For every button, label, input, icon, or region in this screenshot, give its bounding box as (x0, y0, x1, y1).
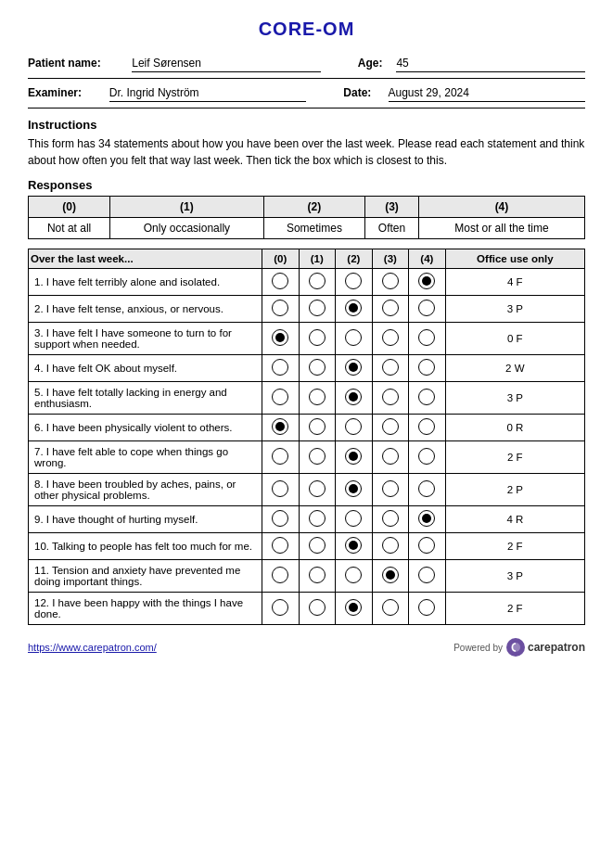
radio-circle-q8-c0[interactable] (272, 480, 288, 497)
radio-cell-q10-c2[interactable] (336, 533, 373, 560)
radio-cell-q2-c0[interactable] (262, 296, 300, 323)
radio-circle-q5-c2[interactable] (345, 389, 362, 405)
radio-circle-q4-c3[interactable] (382, 359, 399, 376)
radio-circle-q10-c2[interactable] (345, 537, 362, 554)
radio-cell-q3-c2[interactable] (336, 323, 373, 355)
radio-circle-q3-c0[interactable] (272, 329, 288, 346)
radio-cell-q7-c0[interactable] (262, 441, 300, 474)
radio-cell-q10-c1[interactable] (299, 533, 336, 560)
radio-circle-q11-c4[interactable] (418, 567, 435, 583)
radio-cell-q5-c4[interactable] (409, 382, 446, 415)
radio-circle-q2-c4[interactable] (418, 300, 435, 316)
radio-cell-q5-c2[interactable] (336, 382, 373, 415)
radio-circle-q5-c4[interactable] (418, 389, 435, 405)
radio-circle-q3-c3[interactable] (382, 329, 399, 346)
radio-circle-q1-c0[interactable] (272, 273, 288, 289)
radio-circle-q8-c2[interactable] (345, 480, 362, 497)
radio-circle-q7-c1[interactable] (309, 448, 326, 465)
radio-cell-q6-c3[interactable] (372, 415, 409, 441)
radio-cell-q1-c0[interactable] (262, 269, 300, 296)
radio-cell-q9-c0[interactable] (262, 506, 300, 533)
radio-circle-q4-c1[interactable] (309, 359, 326, 376)
radio-cell-q11-c2[interactable] (336, 560, 373, 593)
radio-circle-q1-c3[interactable] (382, 273, 399, 289)
radio-cell-q2-c4[interactable] (409, 296, 446, 323)
radio-cell-q10-c0[interactable] (262, 533, 300, 560)
radio-cell-q6-c4[interactable] (409, 415, 446, 441)
radio-cell-q12-c1[interactable] (299, 593, 336, 625)
radio-cell-q9-c3[interactable] (372, 506, 409, 533)
radio-cell-q7-c3[interactable] (372, 441, 409, 474)
radio-circle-q9-c0[interactable] (272, 510, 288, 527)
radio-circle-q7-c4[interactable] (418, 448, 435, 465)
radio-cell-q1-c4[interactable] (409, 269, 446, 296)
radio-cell-q2-c2[interactable] (336, 296, 373, 323)
radio-cell-q12-c3[interactable] (372, 593, 409, 625)
radio-circle-q12-c3[interactable] (382, 599, 399, 616)
radio-circle-q1-c1[interactable] (309, 273, 326, 289)
radio-circle-q8-c3[interactable] (382, 480, 399, 497)
radio-circle-q2-c3[interactable] (382, 300, 399, 316)
radio-cell-q3-c4[interactable] (409, 323, 446, 355)
radio-circle-q10-c3[interactable] (382, 537, 399, 554)
radio-circle-q12-c4[interactable] (418, 599, 435, 616)
radio-cell-q11-c1[interactable] (299, 560, 336, 593)
radio-cell-q4-c3[interactable] (372, 355, 409, 382)
radio-circle-q6-c0[interactable] (272, 418, 288, 435)
radio-circle-q2-c1[interactable] (309, 300, 326, 316)
radio-circle-q11-c1[interactable] (309, 567, 326, 583)
radio-circle-q3-c2[interactable] (345, 329, 362, 346)
radio-circle-q4-c4[interactable] (418, 359, 435, 376)
radio-circle-q3-c1[interactable] (309, 329, 326, 346)
radio-cell-q6-c0[interactable] (262, 415, 300, 441)
radio-circle-q5-c0[interactable] (272, 389, 288, 405)
radio-cell-q7-c2[interactable] (336, 441, 373, 474)
radio-cell-q6-c1[interactable] (299, 415, 336, 441)
radio-cell-q1-c1[interactable] (299, 269, 336, 296)
radio-cell-q1-c2[interactable] (336, 269, 373, 296)
radio-cell-q4-c2[interactable] (336, 355, 373, 382)
radio-circle-q12-c1[interactable] (309, 599, 326, 616)
radio-circle-q2-c2[interactable] (345, 300, 362, 316)
radio-circle-q10-c0[interactable] (272, 537, 288, 554)
radio-cell-q9-c2[interactable] (336, 506, 373, 533)
radio-cell-q12-c4[interactable] (409, 593, 446, 625)
radio-circle-q11-c0[interactable] (272, 567, 288, 583)
radio-cell-q9-c4[interactable] (409, 506, 446, 533)
radio-cell-q4-c1[interactable] (299, 355, 336, 382)
radio-circle-q4-c2[interactable] (345, 359, 362, 376)
radio-circle-q6-c1[interactable] (309, 418, 326, 435)
radio-cell-q5-c0[interactable] (262, 382, 300, 415)
radio-circle-q4-c0[interactable] (272, 359, 288, 376)
radio-circle-q8-c1[interactable] (309, 480, 326, 497)
radio-circle-q1-c2[interactable] (345, 273, 362, 289)
radio-cell-q8-c1[interactable] (299, 474, 336, 506)
radio-cell-q3-c1[interactable] (299, 323, 336, 355)
radio-circle-q6-c3[interactable] (382, 418, 399, 435)
radio-circle-q6-c4[interactable] (418, 418, 435, 435)
radio-cell-q2-c1[interactable] (299, 296, 336, 323)
radio-circle-q7-c0[interactable] (272, 448, 288, 465)
radio-circle-q9-c1[interactable] (309, 510, 326, 527)
radio-cell-q1-c3[interactable] (372, 269, 409, 296)
radio-cell-q5-c3[interactable] (372, 382, 409, 415)
radio-cell-q11-c4[interactable] (409, 560, 446, 593)
radio-cell-q8-c0[interactable] (262, 474, 300, 506)
radio-circle-q11-c2[interactable] (345, 567, 362, 583)
radio-cell-q3-c3[interactable] (372, 323, 409, 355)
radio-cell-q7-c1[interactable] (299, 441, 336, 474)
radio-cell-q12-c2[interactable] (336, 593, 373, 625)
radio-circle-q6-c2[interactable] (345, 418, 362, 435)
radio-cell-q5-c1[interactable] (299, 382, 336, 415)
radio-cell-q4-c0[interactable] (262, 355, 300, 382)
radio-circle-q11-c3[interactable] (382, 567, 399, 583)
radio-circle-q10-c1[interactable] (309, 537, 326, 554)
radio-cell-q7-c4[interactable] (409, 441, 446, 474)
radio-cell-q8-c3[interactable] (372, 474, 409, 506)
radio-circle-q9-c4[interactable] (418, 510, 435, 527)
radio-circle-q5-c1[interactable] (309, 389, 326, 405)
radio-circle-q9-c2[interactable] (345, 510, 362, 527)
radio-cell-q8-c4[interactable] (409, 474, 446, 506)
radio-cell-q10-c3[interactable] (372, 533, 409, 560)
radio-cell-q3-c0[interactable] (262, 323, 300, 355)
